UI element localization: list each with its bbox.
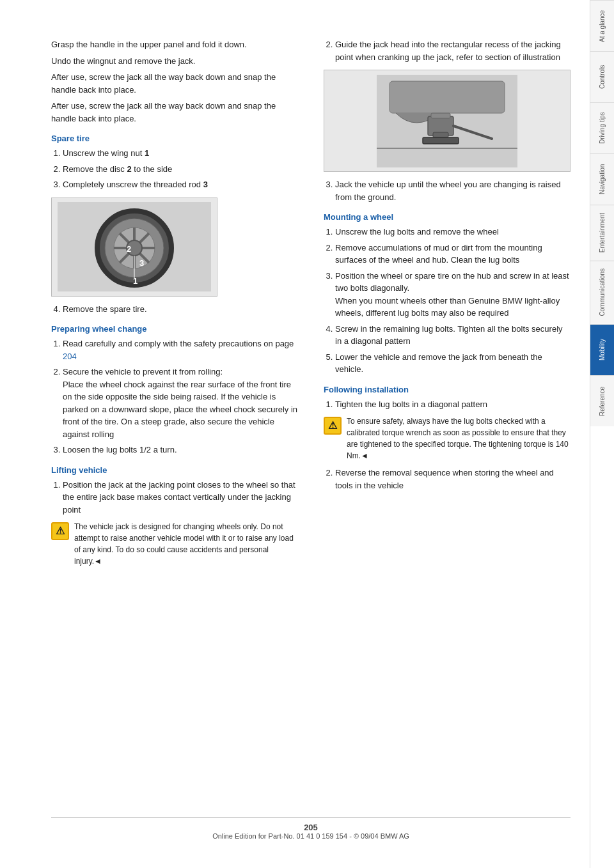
- warning-box-1: ⚠ The vehicle jack is designed for chang…: [51, 521, 298, 567]
- left-column: Grasp the handle in the upper panel and …: [51, 38, 303, 807]
- page-wrapper: Grasp the handle in the upper panel and …: [0, 0, 614, 868]
- svg-text:2: 2: [127, 244, 131, 254]
- mounting-step-1: Unscrew the lug bolts and remove the whe…: [335, 226, 571, 238]
- warning-text-2: To ensure safety, always have the lug bo…: [347, 415, 571, 461]
- mounting-step-2: Remove accumulations of mud or dirt from…: [335, 242, 571, 267]
- jack-image: [324, 70, 571, 172]
- jack-illustration: [377, 75, 517, 167]
- bold-2: 2: [127, 164, 131, 174]
- spare-tire-image: 3 2 1: [51, 198, 217, 297]
- following-list: Tighten the lug bolts in a diagonal patt…: [324, 398, 571, 411]
- lifting-step-1: Position the jack at the jacking point c…: [63, 479, 298, 516]
- following-step-1: Tighten the lug bolts in a diagonal patt…: [335, 398, 571, 411]
- sidebar-tab-navigation[interactable]: Navigation: [590, 153, 614, 205]
- warning-icon-1: ⚠: [51, 522, 69, 540]
- right-step-3: Jack the vehicle up until the wheel you …: [335, 178, 571, 203]
- svg-rect-23: [431, 113, 450, 118]
- svg-text:3: 3: [139, 258, 144, 268]
- right-step2-list: Guide the jack head into the rectangular…: [324, 38, 571, 63]
- intro-p4: After use, screw the jack all the way ba…: [51, 100, 298, 125]
- sidebar-tab-reference[interactable]: Reference: [590, 375, 614, 426]
- page-number: 205: [51, 823, 571, 832]
- warning-text-1: The vehicle jack is designed for changin…: [74, 521, 298, 567]
- intro-p1: Grasp the handle in the upper panel and …: [51, 38, 298, 51]
- page-footer: 205 Online Edition for Part-No. 01 41 0 …: [51, 817, 571, 842]
- warning-icon-2: ⚠: [324, 417, 342, 435]
- preparing-heading: Preparing wheel change: [51, 324, 298, 334]
- bold-1: 1: [145, 148, 149, 158]
- wheel-illustration: 3 2 1: [58, 202, 211, 291]
- sidebar-tab-entertainment[interactable]: Entertainment: [590, 205, 614, 260]
- two-column-layout: Grasp the handle in the upper panel and …: [51, 38, 571, 807]
- main-content: Grasp the handle in the upper panel and …: [0, 0, 590, 868]
- footer-text: Online Edition for Part-No. 01 41 0 159 …: [51, 832, 571, 840]
- mounting-heading: Mounting a wheel: [324, 212, 571, 222]
- preparing-list: Read carefully and comply with the safet…: [51, 337, 298, 456]
- sidebar-tab-mobility[interactable]: Mobility: [590, 324, 614, 375]
- following-step2-list: Reverse the removal sequence when storin…: [324, 467, 571, 492]
- svg-rect-20: [433, 132, 448, 137]
- sidebar-tab-controls[interactable]: Controls: [590, 51, 614, 102]
- sidebar-tab-communications[interactable]: Communications: [590, 260, 614, 323]
- mounting-step-5: Lower the vehicle and remove the jack fr…: [335, 351, 571, 376]
- svg-rect-21: [423, 137, 459, 144]
- mounting-list: Unscrew the lug bolts and remove the whe…: [324, 226, 571, 376]
- following-step-2: Reverse the removal sequence when storin…: [335, 467, 571, 492]
- warning-box-2: ⚠ To ensure safety, always have the lug …: [324, 415, 571, 461]
- svg-rect-18: [390, 81, 505, 113]
- spare-step-2: Remove the disc 2 to the side: [63, 163, 298, 176]
- spare-step4-list: Remove the spare tire.: [51, 303, 298, 316]
- right-step3-list: Jack the vehicle up until the wheel you …: [324, 178, 571, 203]
- spare-tire-heading: Spare tire: [51, 134, 298, 143]
- right-column: Guide the jack head into the rectangular…: [319, 38, 571, 807]
- spare-step-1: Unscrew the wing nut 1: [63, 147, 298, 160]
- sidebar-tab-driving-tips[interactable]: Driving tips: [590, 102, 614, 153]
- mounting-step-4: Screw in the remaining lug bolts. Tighte…: [335, 323, 571, 348]
- preparing-step-3: Loosen the lug bolts 1/2 a turn.: [63, 444, 298, 456]
- preparing-step-2: Secure the vehicle to prevent it from ro…: [63, 366, 298, 440]
- intro-p2: Undo the wingnut and remove the jack.: [51, 55, 298, 68]
- following-heading: Following installation: [324, 385, 571, 394]
- mounting-step-3: Position the wheel or spare tire on the …: [335, 270, 571, 320]
- spare-tire-list: Unscrew the wing nut 1 Remove the disc 2…: [51, 147, 298, 191]
- right-step-2: Guide the jack head into the rectangular…: [335, 38, 571, 63]
- lifting-list: Position the jack at the jacking point c…: [51, 479, 298, 516]
- intro-p3: After use, screw the jack all the way ba…: [51, 71, 298, 96]
- preparing-step-1: Read carefully and comply with the safet…: [63, 337, 298, 362]
- svg-text:1: 1: [133, 276, 138, 286]
- sidebar-tab-at-a-glance[interactable]: At a glance: [590, 0, 614, 51]
- lifting-heading: Lifting vehicle: [51, 465, 298, 475]
- bold-3: 3: [203, 180, 208, 189]
- right-sidebar: At a glance Controls Driving tips Naviga…: [590, 0, 614, 868]
- spare-step-3: Completely unscrew the threaded rod 3: [63, 178, 298, 191]
- page-link-204[interactable]: 204: [63, 352, 77, 361]
- spare-step-4: Remove the spare tire.: [63, 303, 298, 316]
